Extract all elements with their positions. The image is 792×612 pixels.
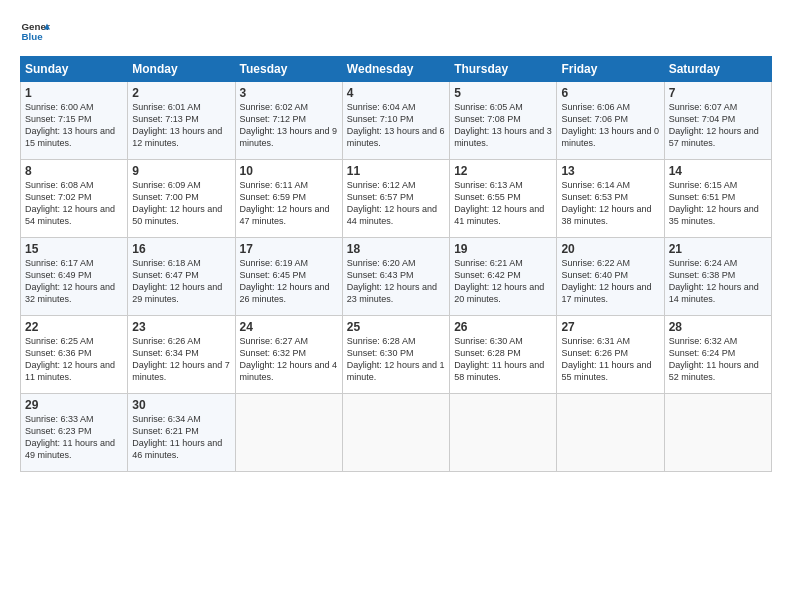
day-number: 17 — [240, 242, 338, 256]
day-info: Sunrise: 6:00 AM Sunset: 7:15 PM Dayligh… — [25, 101, 123, 150]
day-cell: 3Sunrise: 6:02 AM Sunset: 7:12 PM Daylig… — [235, 82, 342, 160]
day-number: 24 — [240, 320, 338, 334]
header-cell-sunday: Sunday — [21, 57, 128, 82]
day-info: Sunrise: 6:19 AM Sunset: 6:45 PM Dayligh… — [240, 257, 338, 306]
day-cell — [450, 394, 557, 472]
day-number: 16 — [132, 242, 230, 256]
day-info: Sunrise: 6:14 AM Sunset: 6:53 PM Dayligh… — [561, 179, 659, 228]
calendar-table: SundayMondayTuesdayWednesdayThursdayFrid… — [20, 56, 772, 472]
day-cell: 22Sunrise: 6:25 AM Sunset: 6:36 PM Dayli… — [21, 316, 128, 394]
day-number: 18 — [347, 242, 445, 256]
svg-text:Blue: Blue — [22, 31, 44, 42]
day-info: Sunrise: 6:32 AM Sunset: 6:24 PM Dayligh… — [669, 335, 767, 384]
day-number: 12 — [454, 164, 552, 178]
day-number: 4 — [347, 86, 445, 100]
week-row-2: 8Sunrise: 6:08 AM Sunset: 7:02 PM Daylig… — [21, 160, 772, 238]
day-number: 20 — [561, 242, 659, 256]
day-info: Sunrise: 6:06 AM Sunset: 7:06 PM Dayligh… — [561, 101, 659, 150]
day-cell: 29Sunrise: 6:33 AM Sunset: 6:23 PM Dayli… — [21, 394, 128, 472]
day-cell: 15Sunrise: 6:17 AM Sunset: 6:49 PM Dayli… — [21, 238, 128, 316]
header-cell-monday: Monday — [128, 57, 235, 82]
logo-icon: General Blue — [20, 16, 50, 46]
day-cell: 11Sunrise: 6:12 AM Sunset: 6:57 PM Dayli… — [342, 160, 449, 238]
header-cell-friday: Friday — [557, 57, 664, 82]
day-number: 1 — [25, 86, 123, 100]
day-cell: 26Sunrise: 6:30 AM Sunset: 6:28 PM Dayli… — [450, 316, 557, 394]
day-number: 21 — [669, 242, 767, 256]
day-info: Sunrise: 6:26 AM Sunset: 6:34 PM Dayligh… — [132, 335, 230, 384]
day-cell: 7Sunrise: 6:07 AM Sunset: 7:04 PM Daylig… — [664, 82, 771, 160]
day-number: 11 — [347, 164, 445, 178]
day-cell — [235, 394, 342, 472]
day-info: Sunrise: 6:04 AM Sunset: 7:10 PM Dayligh… — [347, 101, 445, 150]
header-cell-saturday: Saturday — [664, 57, 771, 82]
day-info: Sunrise: 6:28 AM Sunset: 6:30 PM Dayligh… — [347, 335, 445, 384]
day-cell: 4Sunrise: 6:04 AM Sunset: 7:10 PM Daylig… — [342, 82, 449, 160]
week-row-3: 15Sunrise: 6:17 AM Sunset: 6:49 PM Dayli… — [21, 238, 772, 316]
day-cell: 23Sunrise: 6:26 AM Sunset: 6:34 PM Dayli… — [128, 316, 235, 394]
day-number: 14 — [669, 164, 767, 178]
day-cell: 24Sunrise: 6:27 AM Sunset: 6:32 PM Dayli… — [235, 316, 342, 394]
day-info: Sunrise: 6:07 AM Sunset: 7:04 PM Dayligh… — [669, 101, 767, 150]
svg-text:General: General — [22, 21, 51, 32]
day-number: 19 — [454, 242, 552, 256]
day-cell: 2Sunrise: 6:01 AM Sunset: 7:13 PM Daylig… — [128, 82, 235, 160]
day-info: Sunrise: 6:24 AM Sunset: 6:38 PM Dayligh… — [669, 257, 767, 306]
day-info: Sunrise: 6:12 AM Sunset: 6:57 PM Dayligh… — [347, 179, 445, 228]
week-row-5: 29Sunrise: 6:33 AM Sunset: 6:23 PM Dayli… — [21, 394, 772, 472]
day-cell — [342, 394, 449, 472]
day-cell: 1Sunrise: 6:00 AM Sunset: 7:15 PM Daylig… — [21, 82, 128, 160]
day-number: 22 — [25, 320, 123, 334]
day-number: 29 — [25, 398, 123, 412]
day-cell: 5Sunrise: 6:05 AM Sunset: 7:08 PM Daylig… — [450, 82, 557, 160]
day-cell: 19Sunrise: 6:21 AM Sunset: 6:42 PM Dayli… — [450, 238, 557, 316]
day-cell: 6Sunrise: 6:06 AM Sunset: 7:06 PM Daylig… — [557, 82, 664, 160]
day-info: Sunrise: 6:09 AM Sunset: 7:00 PM Dayligh… — [132, 179, 230, 228]
day-cell: 10Sunrise: 6:11 AM Sunset: 6:59 PM Dayli… — [235, 160, 342, 238]
day-info: Sunrise: 6:02 AM Sunset: 7:12 PM Dayligh… — [240, 101, 338, 150]
day-cell: 13Sunrise: 6:14 AM Sunset: 6:53 PM Dayli… — [557, 160, 664, 238]
day-cell: 20Sunrise: 6:22 AM Sunset: 6:40 PM Dayli… — [557, 238, 664, 316]
day-info: Sunrise: 6:08 AM Sunset: 7:02 PM Dayligh… — [25, 179, 123, 228]
day-cell — [664, 394, 771, 472]
day-cell: 18Sunrise: 6:20 AM Sunset: 6:43 PM Dayli… — [342, 238, 449, 316]
day-info: Sunrise: 6:31 AM Sunset: 6:26 PM Dayligh… — [561, 335, 659, 384]
day-number: 30 — [132, 398, 230, 412]
day-info: Sunrise: 6:11 AM Sunset: 6:59 PM Dayligh… — [240, 179, 338, 228]
week-row-1: 1Sunrise: 6:00 AM Sunset: 7:15 PM Daylig… — [21, 82, 772, 160]
day-number: 6 — [561, 86, 659, 100]
day-cell: 8Sunrise: 6:08 AM Sunset: 7:02 PM Daylig… — [21, 160, 128, 238]
day-number: 28 — [669, 320, 767, 334]
logo: General Blue — [20, 16, 50, 46]
day-number: 7 — [669, 86, 767, 100]
day-info: Sunrise: 6:21 AM Sunset: 6:42 PM Dayligh… — [454, 257, 552, 306]
day-info: Sunrise: 6:33 AM Sunset: 6:23 PM Dayligh… — [25, 413, 123, 462]
day-number: 8 — [25, 164, 123, 178]
day-info: Sunrise: 6:22 AM Sunset: 6:40 PM Dayligh… — [561, 257, 659, 306]
day-number: 9 — [132, 164, 230, 178]
day-info: Sunrise: 6:30 AM Sunset: 6:28 PM Dayligh… — [454, 335, 552, 384]
day-cell: 17Sunrise: 6:19 AM Sunset: 6:45 PM Dayli… — [235, 238, 342, 316]
day-number: 15 — [25, 242, 123, 256]
day-number: 2 — [132, 86, 230, 100]
day-info: Sunrise: 6:15 AM Sunset: 6:51 PM Dayligh… — [669, 179, 767, 228]
day-number: 23 — [132, 320, 230, 334]
day-info: Sunrise: 6:05 AM Sunset: 7:08 PM Dayligh… — [454, 101, 552, 150]
day-number: 3 — [240, 86, 338, 100]
header-cell-thursday: Thursday — [450, 57, 557, 82]
day-cell: 14Sunrise: 6:15 AM Sunset: 6:51 PM Dayli… — [664, 160, 771, 238]
day-cell: 27Sunrise: 6:31 AM Sunset: 6:26 PM Dayli… — [557, 316, 664, 394]
day-cell: 25Sunrise: 6:28 AM Sunset: 6:30 PM Dayli… — [342, 316, 449, 394]
calendar-body: 1Sunrise: 6:00 AM Sunset: 7:15 PM Daylig… — [21, 82, 772, 472]
calendar-header-row: SundayMondayTuesdayWednesdayThursdayFrid… — [21, 57, 772, 82]
day-number: 10 — [240, 164, 338, 178]
week-row-4: 22Sunrise: 6:25 AM Sunset: 6:36 PM Dayli… — [21, 316, 772, 394]
day-cell: 28Sunrise: 6:32 AM Sunset: 6:24 PM Dayli… — [664, 316, 771, 394]
day-number: 27 — [561, 320, 659, 334]
header-cell-tuesday: Tuesday — [235, 57, 342, 82]
day-info: Sunrise: 6:13 AM Sunset: 6:55 PM Dayligh… — [454, 179, 552, 228]
day-number: 25 — [347, 320, 445, 334]
day-info: Sunrise: 6:18 AM Sunset: 6:47 PM Dayligh… — [132, 257, 230, 306]
day-cell: 9Sunrise: 6:09 AM Sunset: 7:00 PM Daylig… — [128, 160, 235, 238]
day-info: Sunrise: 6:01 AM Sunset: 7:13 PM Dayligh… — [132, 101, 230, 150]
